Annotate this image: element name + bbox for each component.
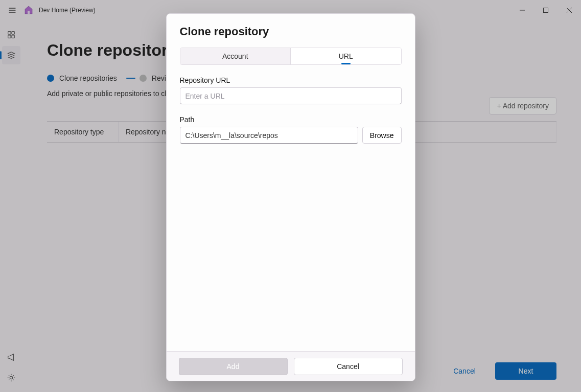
dialog-add-button[interactable]: Add [179, 358, 288, 375]
dialog-cancel-button[interactable]: Cancel [294, 358, 403, 375]
dialog-title: Clone repository [180, 25, 402, 38]
dialog-footer: Add Cancel [167, 351, 415, 381]
path-label: Path [180, 116, 402, 124]
repo-url-input[interactable] [180, 87, 402, 104]
path-input[interactable] [180, 127, 358, 144]
clone-source-tabs: Account URL [180, 48, 402, 65]
repo-url-label: Repository URL [180, 76, 402, 84]
tab-url[interactable]: URL [291, 48, 401, 64]
tab-account[interactable]: Account [180, 48, 291, 64]
browse-button[interactable]: Browse [362, 127, 402, 144]
clone-repository-dialog: Clone repository Account URL Repository … [166, 13, 415, 381]
